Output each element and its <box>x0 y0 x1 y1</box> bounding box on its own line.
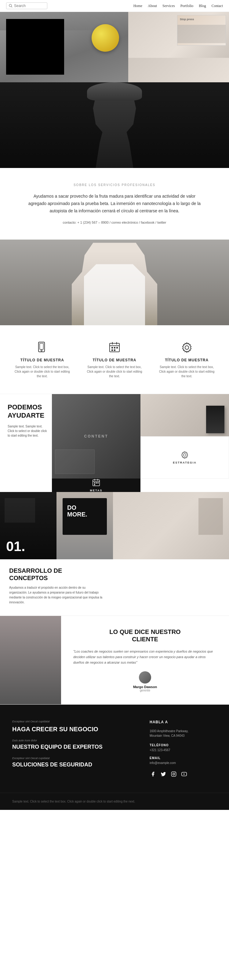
hero-left-image: EL LEGADO DEL COMERCIO DE ESCLAVOS - EN … <box>0 12 128 82</box>
do-line1: DO <box>67 504 102 511</box>
testimonial-avatar <box>139 671 151 684</box>
help-grid: CONTENT ESTRATEGIA <box>52 394 229 492</box>
about-body: Ayudamos a sacar provecho de la fruta ma… <box>24 193 205 215</box>
service-title-3: TÍTULO DE MUESTRA <box>156 358 217 362</box>
testimonial-person-photo <box>0 616 61 704</box>
magazine-photo <box>177 25 226 43</box>
about-subtitle: SOBRE LOS SERVICIOS PROFESIONALES <box>24 183 205 187</box>
monitor: DO MORE. <box>63 498 107 535</box>
gear-icon <box>180 340 194 354</box>
dev-number: 01. <box>6 539 25 553</box>
svg-rect-9 <box>111 347 113 348</box>
help-left: PODEMOS AYUDARTE Sample text. Sample tex… <box>0 394 52 492</box>
dev-right-image <box>113 492 229 559</box>
svg-rect-13 <box>114 349 115 351</box>
svg-marker-27 <box>183 773 185 775</box>
svg-rect-3 <box>40 343 43 349</box>
footer-heading-1: HAGA CRECER SU NEGOCIO <box>12 725 137 733</box>
svg-rect-24 <box>172 772 176 776</box>
footer-heading-2: NUESTRO EQUIPO DE EXPERTOS <box>12 744 137 751</box>
service-text-3: Sample text. Click to select the text bo… <box>156 365 217 379</box>
search-input[interactable] <box>14 4 44 8</box>
nav-portfolio[interactable]: Portfolio <box>180 4 194 8</box>
instagram-icon[interactable] <box>171 771 177 778</box>
testimonial-quote: "Los coaches de negocios suelen ser empr… <box>73 649 217 665</box>
footer-email-label: EMAIL <box>150 756 217 760</box>
service-title-1: TÍTULO DE MUESTRA <box>12 358 73 362</box>
footer-eyebrow-2: Duis aute irure dolor <box>12 739 137 742</box>
calendar-icon <box>108 340 122 354</box>
service-text-2: Sample text. Click to select the text bo… <box>85 365 145 379</box>
svg-point-25 <box>173 773 175 775</box>
content-label: CONTENT <box>84 434 108 438</box>
strategy-label: ESTRATEGIA <box>173 461 196 464</box>
testimonial-author: Margo Dawson gerente <box>73 671 217 692</box>
footer-left: Excepteur sint Oecat cupidatat HAGA CREC… <box>12 720 137 778</box>
portrait-bg <box>0 82 229 168</box>
white-shirt <box>84 264 145 325</box>
testimonial-image <box>0 616 61 704</box>
do-line2: MORE. <box>67 511 102 518</box>
footer-heading-3: SOLUCIONES DE SEGURIDAD <box>12 762 137 768</box>
about-contact: contacto: + 1 (234) 567 – 8900 / correo … <box>24 221 205 224</box>
svg-rect-22 <box>97 482 99 484</box>
service-title-2: TÍTULO DE MUESTRA <box>85 358 145 362</box>
nav-home[interactable]: Home <box>133 4 142 8</box>
help-text: Sample text. Sample text. Click to selec… <box>8 424 47 438</box>
nav: Home About Services Portfolio Blog Conta… <box>133 4 223 8</box>
help-top-right-image <box>141 394 229 436</box>
svg-rect-11 <box>116 347 118 348</box>
dev-body: Ayudamos a traducir el propósito en acci… <box>9 585 104 605</box>
svg-point-14 <box>185 346 189 349</box>
hero-title: EL LEGADO DEL COMERCIO DE ESCLAVOS - EN … <box>10 22 60 72</box>
search-box[interactable] <box>6 2 47 9</box>
svg-line-1 <box>11 6 12 7</box>
svg-point-15 <box>183 454 186 456</box>
help-section: PODEMOS AYUDARTE Sample text. Sample tex… <box>0 394 229 492</box>
testimonial-heading: LO QUE DICE NUESTRO CLIENTE <box>73 628 217 643</box>
footer: Excepteur sint Oecat cupidatat HAGA CREC… <box>0 705 229 793</box>
metas-label: METAS <box>90 489 103 492</box>
svg-point-26 <box>175 773 175 773</box>
nav-blog[interactable]: Blog <box>199 4 206 8</box>
do-more-text: DO MORE. <box>63 498 107 524</box>
hero-title-box: EL LEGADO DEL COMERCIO DE ESCLAVOS - EN … <box>6 19 64 75</box>
footer-eyebrow-3: Excepteur sint Oecat cupidatat <box>12 757 137 760</box>
dev-top: 01. DO MORE. <box>0 492 229 559</box>
service-item-1: TÍTULO DE MUESTRA Sample text. Click to … <box>9 337 76 382</box>
hero-right-image: Stop press <box>128 12 229 82</box>
svg-rect-10 <box>114 347 115 348</box>
youtube-icon[interactable] <box>181 771 188 778</box>
service-item-3: TÍTULO DE MUESTRA Sample text. Click to … <box>153 337 220 382</box>
food-image <box>128 58 229 82</box>
footer-social <box>150 771 217 778</box>
footer-bottom-text: Sample text. Click to select the text bo… <box>12 799 217 804</box>
footer-right: HABLA A 1600 Amphitheatre Parkway,Mounta… <box>150 720 217 778</box>
header: Home About Services Portfolio Blog Conta… <box>0 0 229 12</box>
help-main-image: CONTENT <box>52 394 141 479</box>
testimonial-content: LO QUE DICE NUESTRO CLIENTE "Los coaches… <box>61 616 229 704</box>
twitter-icon[interactable] <box>160 771 167 778</box>
woman-laptop-section <box>0 240 229 325</box>
portrait-section <box>0 82 229 168</box>
svg-rect-23 <box>94 484 95 485</box>
service-item-2: TÍTULO DE MUESTRA Sample text. Click to … <box>82 337 148 382</box>
search-icon <box>9 4 13 8</box>
nav-about[interactable]: About <box>148 4 157 8</box>
writing-hint <box>5 498 35 523</box>
footer-bottom: Sample text. Click to select the text bo… <box>0 793 229 810</box>
footer-phone-label: TELÉFONO <box>150 743 217 747</box>
about-section: SOBRE LOS SERVICIOS PROFESIONALES Ayudam… <box>0 168 229 240</box>
footer-phone-value: +321 123-4567 <box>150 748 217 752</box>
help-metas-box: METAS <box>52 479 141 492</box>
footer-address: 1600 Amphitheatre Parkway,Mountain View,… <box>150 729 217 738</box>
dev-text-area: DESARROLLO DE CONCEPTOS Ayudamos a tradu… <box>0 559 113 616</box>
facebook-icon[interactable] <box>150 771 156 778</box>
svg-rect-20 <box>94 482 95 484</box>
services-section: TÍTULO DE MUESTRA Sample text. Click to … <box>0 325 229 394</box>
svg-rect-12 <box>111 349 113 351</box>
dev-do-more-panel: DO MORE. <box>57 492 113 559</box>
dev-section: 01. DO MORE. DESARROLLO DE CONCEPTOS <box>0 492 229 616</box>
nav-services[interactable]: Services <box>163 4 175 8</box>
nav-contact[interactable]: Contact <box>212 4 223 8</box>
